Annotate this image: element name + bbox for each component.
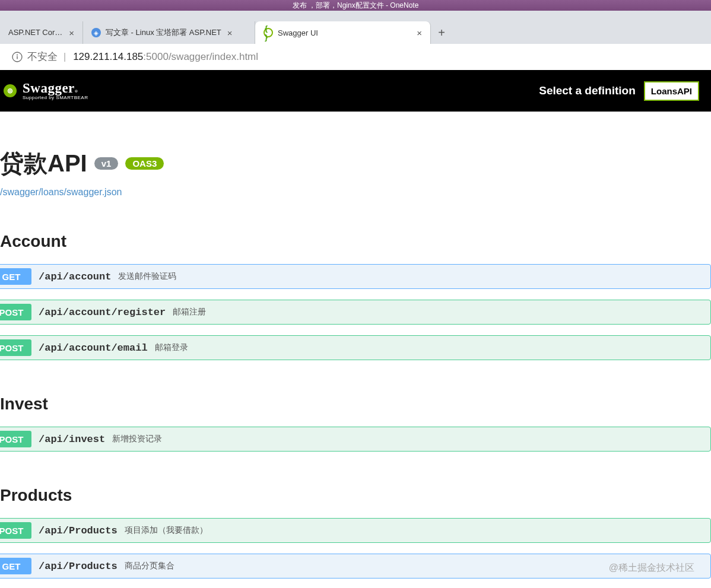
tag-title[interactable]: Products <box>0 486 711 505</box>
operation-desc: 商品分页集合 <box>125 561 174 571</box>
security-label: 不安全 <box>27 50 58 63</box>
svg-rect-2 <box>17 56 17 59</box>
tab-label: Swagger UI <box>278 28 318 37</box>
method-badge: POST <box>0 431 31 447</box>
operation-path: /api/account <box>39 271 111 282</box>
separator: | <box>64 52 66 62</box>
url-text: 129.211.14.185:5000/swagger/index.html <box>73 51 258 63</box>
operation-desc: 邮箱登录 <box>155 342 188 353</box>
definition-select[interactable]: LoansAPI <box>644 81 699 101</box>
brand-subtext: Supported by SMARTBEAR <box>23 95 88 100</box>
tag-section: ProductsPOST/api/Products项目添加（我要借款）GET/a… <box>0 486 711 588</box>
swagger-json-link[interactable]: /swagger/loans/swagger.json <box>0 187 711 198</box>
operation-path: /api/invest <box>39 434 105 445</box>
close-icon[interactable]: × <box>417 28 422 38</box>
watermark: @稀土掘金技术社区 <box>609 562 694 574</box>
browser-tab-active[interactable]: { } Swagger UI × <box>255 21 431 44</box>
info-icon[interactable] <box>12 52 23 62</box>
window-title: 发布 ，部署，Nginx配置文件 - OneNote <box>293 1 419 11</box>
tab-label: 写文章 - Linux 宝塔部署 ASP.NET <box>106 27 221 38</box>
tag-title[interactable]: Account <box>0 232 711 251</box>
swagger-logo[interactable]: ⊚ Swagger® Supported by SMARTBEAR <box>4 81 88 100</box>
close-icon[interactable]: × <box>69 28 74 38</box>
svg-point-1 <box>17 54 18 55</box>
version-badge: v1 <box>94 157 119 170</box>
browser-tabstrip: ASP.NET Core 应 × ◈ 写文章 - Linux 宝塔部署 ASP.… <box>0 11 711 44</box>
operation-path: /api/account/register <box>39 307 166 318</box>
method-badge: POST <box>0 304 31 320</box>
operation-path: /api/Products <box>39 561 118 572</box>
browser-tab[interactable]: ◈ 写文章 - Linux 宝塔部署 ASP.NET × <box>83 21 255 44</box>
new-tab-button[interactable]: + <box>431 21 452 44</box>
operation-row[interactable]: POST/api/account/register邮箱注册 <box>0 300 711 325</box>
tag-section: AccountGET/api/account发送邮件验证码POST/api/ac… <box>0 232 711 360</box>
operation-path: /api/Products <box>39 525 118 536</box>
window-titlebar: 发布 ，部署，Nginx配置文件 - OneNote <box>0 0 711 11</box>
plus-icon: + <box>438 26 445 40</box>
operation-row[interactable]: POST/api/Products项目添加（我要借款） <box>0 518 711 543</box>
api-title: 贷款API <box>0 147 87 180</box>
select-definition-label: Select a definition <box>539 84 636 97</box>
swagger-content: 贷款API v1 OAS3 /swagger/loans/swagger.jso… <box>0 112 711 588</box>
close-icon[interactable]: × <box>227 28 233 38</box>
operation-desc: 邮箱注册 <box>173 307 206 317</box>
browser-tab[interactable]: ASP.NET Core 应 × <box>0 21 83 44</box>
method-badge: POST <box>0 522 31 539</box>
operation-desc: 发送邮件验证码 <box>118 271 176 282</box>
operation-row[interactable]: POST/api/account/email邮箱登录 <box>0 335 711 360</box>
swagger-topbar: ⊚ Swagger® Supported by SMARTBEAR Select… <box>0 70 711 112</box>
operation-row[interactable]: GET/api/account发送邮件验证码 <box>0 264 711 289</box>
operation-desc: 新增投资记录 <box>112 434 162 444</box>
operation-row[interactable]: GET/api/Products商品分页集合 <box>0 554 711 579</box>
tab-label: ASP.NET Core 应 <box>8 27 63 38</box>
method-badge: GET <box>0 558 31 574</box>
tag-section: InvestPOST/api/invest新增投资记录 <box>0 395 711 452</box>
swagger-logo-icon: ⊚ <box>4 84 17 97</box>
operation-path: /api/account/email <box>39 342 148 354</box>
brand-text: Swagger® <box>23 81 88 95</box>
operation-row[interactable]: POST/api/invest新增投资记录 <box>0 427 711 452</box>
favicon: ◈ <box>91 28 101 37</box>
favicon: { } <box>264 28 273 37</box>
tag-title[interactable]: Invest <box>0 395 711 414</box>
oas-badge: OAS3 <box>125 157 164 170</box>
operation-desc: 项目添加（我要借款） <box>125 525 208 536</box>
address-bar[interactable]: 不安全 | 129.211.14.185:5000/swagger/index.… <box>0 44 711 70</box>
method-badge: POST <box>0 339 31 356</box>
method-badge: GET <box>0 268 31 285</box>
